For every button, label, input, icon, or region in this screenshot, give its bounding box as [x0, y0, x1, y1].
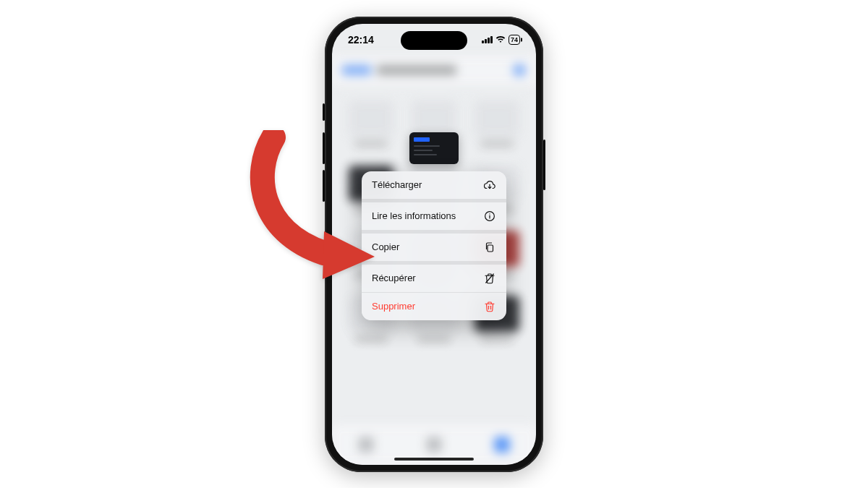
battery-indicator: 74: [509, 35, 520, 45]
context-menu: Télécharger Lire les informations: [362, 171, 506, 320]
phone-volume-down: [323, 170, 325, 202]
cloud-download-icon: [483, 179, 496, 192]
screen: 22:14 74: [332, 24, 536, 465]
selected-file-thumbnail[interactable]: [409, 132, 459, 164]
dynamic-island: [401, 31, 467, 50]
stage: 22:14 74: [0, 0, 868, 488]
status-time: 22:14: [348, 34, 374, 46]
wifi-icon: [495, 35, 506, 43]
menu-item-label: Copier: [372, 241, 399, 252]
menu-item-info[interactable]: Lire les informations: [362, 202, 506, 234]
copy-icon: [483, 241, 496, 254]
battery-level: 74: [511, 36, 518, 43]
menu-item-copy[interactable]: Copier: [362, 234, 506, 265]
menu-item-label: Supprimer: [372, 301, 415, 312]
phone-frame: 22:14 74: [325, 17, 543, 472]
menu-item-delete[interactable]: Supprimer: [362, 293, 506, 320]
menu-item-download[interactable]: Télécharger: [362, 171, 506, 202]
status-right: 74: [482, 35, 520, 45]
phone-mute-switch: [323, 103, 325, 121]
trash-icon: [483, 300, 496, 313]
info-icon: [483, 210, 496, 223]
svg-point-3: [489, 213, 490, 214]
home-indicator[interactable]: [394, 458, 474, 461]
menu-item-label: Télécharger: [372, 179, 422, 190]
menu-item-label: Lire les informations: [372, 210, 456, 221]
phone-volume-up: [323, 132, 325, 164]
cellular-signal-icon: [482, 35, 493, 43]
trash-restore-icon: [483, 272, 496, 285]
phone-side-button: [543, 140, 545, 190]
svg-rect-4: [488, 245, 493, 252]
menu-item-label: Récupérer: [372, 273, 416, 283]
menu-item-recover[interactable]: Récupérer: [362, 265, 506, 293]
